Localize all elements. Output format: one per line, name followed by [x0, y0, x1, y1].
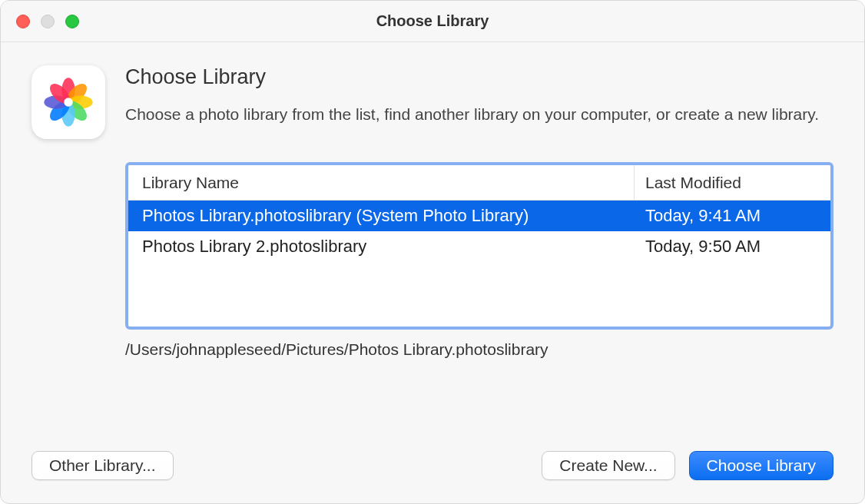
main-area: Library Name Last Modified Photos Librar…	[125, 162, 834, 359]
cell-last-modified: Today, 9:50 AM	[635, 237, 830, 257]
photos-app-icon	[31, 65, 105, 139]
button-row: Other Library... Create New... Choose Li…	[31, 428, 834, 480]
other-library-button[interactable]: Other Library...	[31, 451, 174, 480]
column-library-name[interactable]: Library Name	[128, 165, 635, 200]
column-last-modified[interactable]: Last Modified	[635, 165, 830, 200]
table-row-empty	[128, 262, 830, 293]
header-text: Choose Library Choose a photo library fr…	[125, 65, 834, 125]
minimize-icon[interactable]	[41, 15, 55, 28]
list-body: Photos Library.photoslibrary (System Pho…	[128, 201, 830, 323]
cell-library-name: Photos Library.photoslibrary (System Pho…	[128, 206, 635, 226]
header-row: Choose Library Choose a photo library fr…	[31, 65, 834, 139]
close-icon[interactable]	[16, 15, 30, 28]
library-list[interactable]: Library Name Last Modified Photos Librar…	[125, 162, 834, 330]
dialog-description: Choose a photo library from the list, fi…	[125, 103, 834, 125]
button-group-right: Create New... Choose Library	[542, 451, 834, 480]
window-title: Choose Library	[1, 12, 864, 30]
table-row[interactable]: Photos Library.photoslibrary (System Pho…	[128, 201, 830, 231]
cell-last-modified: Today, 9:41 AM	[635, 206, 830, 226]
titlebar: Choose Library	[1, 1, 864, 42]
create-new-button[interactable]: Create New...	[542, 451, 674, 480]
window: Choose Library	[0, 0, 865, 504]
traffic-lights	[16, 15, 79, 28]
svg-point-8	[64, 98, 73, 107]
list-header: Library Name Last Modified	[128, 165, 830, 201]
choose-library-button[interactable]: Choose Library	[689, 451, 834, 480]
content-area: Choose Library Choose a photo library fr…	[1, 42, 864, 503]
cell-library-name: Photos Library 2.photoslibrary	[128, 237, 635, 257]
library-path: /Users/johnappleseed/Pictures/Photos Lib…	[125, 340, 834, 359]
dialog-heading: Choose Library	[125, 65, 834, 89]
table-row-empty	[128, 293, 830, 323]
table-row[interactable]: Photos Library 2.photoslibrary Today, 9:…	[128, 231, 830, 262]
maximize-icon[interactable]	[65, 15, 79, 28]
